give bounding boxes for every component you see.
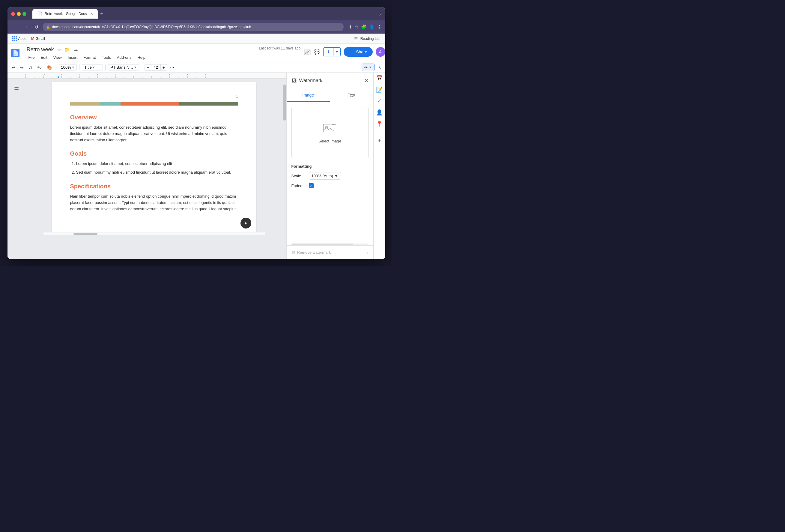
- user-avatar[interactable]: A: [376, 47, 385, 57]
- progress-segment-3: [121, 102, 179, 106]
- goals-heading: Goals: [70, 150, 238, 157]
- add-apps-button[interactable]: +: [378, 137, 381, 144]
- redo-button[interactable]: ↪: [18, 64, 25, 71]
- gmail-bookmark-label: Gmail: [36, 36, 45, 41]
- reading-list-bookmark[interactable]: ☰ Reading List: [354, 36, 380, 41]
- select-image-label: Select Image: [319, 139, 341, 143]
- share-page-icon[interactable]: ⬆: [349, 24, 352, 30]
- minimize-window-button[interactable]: [17, 12, 21, 16]
- watermark-tab-text[interactable]: Text: [330, 89, 373, 102]
- comment-icon[interactable]: 💬: [314, 49, 320, 55]
- select-image-area[interactable]: Select Image: [292, 107, 369, 158]
- spell-check-button[interactable]: A✓: [36, 64, 44, 71]
- goals-list: Lorem ipsum dolor sit amet, consectetuer…: [70, 161, 238, 176]
- progress-segment-2: [100, 102, 120, 106]
- scale-label: Scale: [292, 174, 306, 178]
- apps-bookmark[interactable]: Apps: [12, 36, 26, 41]
- undo-button[interactable]: ↩: [10, 64, 17, 71]
- window-controls-icon: ⌄: [378, 11, 382, 17]
- url-input[interactable]: 🔒 docs.google.com/document/d/1xG1zOE4X_H…: [43, 23, 344, 31]
- menu-file[interactable]: File: [25, 54, 38, 61]
- pen-icon: ✏: [364, 65, 368, 70]
- new-tab-button[interactable]: +: [100, 11, 103, 17]
- scale-dropdown[interactable]: 100% (Auto) ▼: [309, 172, 341, 180]
- outline-icon[interactable]: ☰: [14, 84, 19, 259]
- style-chevron: ▼: [92, 66, 95, 69]
- drive-dropdown-button[interactable]: ▼: [333, 48, 340, 55]
- svg-text:2: 2: [79, 73, 80, 76]
- last-edit-time: Last edit was 11 days ago: [259, 46, 300, 53]
- tab-close-button[interactable]: ✕: [90, 12, 93, 16]
- extensions-icon[interactable]: 🧩: [361, 24, 367, 30]
- trend-icon[interactable]: 📈: [304, 49, 311, 55]
- more-formatting-button[interactable]: ⋯: [168, 64, 176, 71]
- font-selector[interactable]: PT Sans N… ▼: [108, 64, 140, 71]
- vertical-scrollbar[interactable]: [283, 79, 286, 259]
- address-bar-actions: ⬆ ☆ 🧩 👤 ⋮: [349, 24, 382, 30]
- reload-button[interactable]: ↺: [33, 23, 40, 31]
- document-title[interactable]: Retro week: [27, 47, 54, 53]
- paint-format-button[interactable]: 🎨: [45, 64, 54, 71]
- menu-edit[interactable]: Edit: [37, 54, 50, 61]
- maps-icon[interactable]: 📍: [376, 121, 383, 127]
- watermark-close-button[interactable]: ✕: [364, 77, 369, 84]
- more-options-icon[interactable]: ⋮: [377, 24, 382, 30]
- decrease-font-button[interactable]: −: [145, 65, 151, 71]
- expand-toolbar-button[interactable]: ∧: [376, 64, 383, 71]
- remove-watermark-button[interactable]: 🗑 Remove watermark: [292, 250, 331, 255]
- style-selector[interactable]: Title ▼: [82, 64, 103, 71]
- tasks-icon[interactable]: ✓: [377, 98, 382, 104]
- move-to-folder-icon[interactable]: 📁: [64, 47, 70, 52]
- add-to-drive-button[interactable]: ⬆: [324, 48, 333, 56]
- print-button[interactable]: 🖨: [27, 64, 34, 71]
- gmail-bookmark[interactable]: M Gmail: [31, 36, 45, 41]
- keep-notes-icon[interactable]: 📝: [376, 86, 383, 93]
- font-chevron: ▼: [134, 66, 137, 69]
- horizontal-scrollbar[interactable]: [44, 232, 265, 235]
- svg-rect-37: [323, 124, 334, 132]
- menu-help[interactable]: Help: [134, 54, 148, 61]
- contacts-icon[interactable]: 👤: [376, 109, 383, 116]
- address-bar: ← → ↺ 🔒 docs.google.com/document/d/1xG1z…: [7, 20, 385, 33]
- maximize-window-button[interactable]: [23, 12, 26, 16]
- forward-button[interactable]: →: [22, 23, 30, 31]
- active-tab[interactable]: 📄 Retro week - Google Docs ✕: [32, 9, 98, 19]
- bookmark-icon[interactable]: ☆: [355, 24, 359, 30]
- zoom-selector[interactable]: 100% ▼: [59, 64, 76, 71]
- image-placeholder-icon: [323, 122, 337, 136]
- reading-list-label: Reading List: [360, 36, 380, 41]
- horizontal-scrollbar-thumb[interactable]: [73, 233, 98, 235]
- star-icon[interactable]: ☆: [57, 47, 61, 52]
- back-button[interactable]: ←: [11, 23, 20, 31]
- profile-avatar[interactable]: 👤: [369, 24, 375, 30]
- docs-sidebar-left: ☰: [7, 79, 25, 259]
- font-size-value[interactable]: 42: [151, 65, 160, 70]
- svg-text:-2: -2: [24, 73, 26, 76]
- panel-expand-button[interactable]: ›: [367, 249, 369, 255]
- share-button[interactable]: 👤 Share: [344, 47, 373, 57]
- watermark-panel-scrollbar: [292, 244, 369, 245]
- menu-add-ons[interactable]: Add-ons: [114, 54, 134, 61]
- ai-assist-button[interactable]: ✦: [240, 218, 251, 229]
- font-size-control[interactable]: − 42 +: [145, 64, 167, 71]
- menu-tools[interactable]: Tools: [99, 54, 114, 61]
- svg-text:9: 9: [205, 73, 206, 76]
- tab-bar: 📄 Retro week - Google Docs ✕ +: [32, 9, 375, 19]
- calendar-icon[interactable]: 📅: [376, 75, 383, 81]
- docs-title-section: Retro week ☆ 📁 ☁ Last edit was 11 days a…: [23, 44, 304, 62]
- vertical-scrollbar-thumb[interactable]: [283, 84, 286, 121]
- scale-row: Scale 100% (Auto) ▼: [292, 172, 369, 180]
- menu-format[interactable]: Format: [80, 54, 99, 61]
- watermark-tab-image[interactable]: Image: [287, 89, 330, 102]
- apps-bookmark-label: Apps: [18, 36, 26, 41]
- goals-item-1: Lorem ipsum dolor sit amet, consectetuer…: [76, 161, 238, 167]
- increase-font-button[interactable]: +: [161, 65, 167, 71]
- menu-view[interactable]: View: [50, 54, 65, 61]
- traffic-lights: [11, 12, 26, 16]
- menu-insert[interactable]: Insert: [65, 54, 81, 61]
- faded-checkbox[interactable]: ✓: [309, 183, 314, 188]
- close-window-button[interactable]: [11, 12, 15, 16]
- svg-text:4: 4: [115, 73, 116, 76]
- cloud-save-icon[interactable]: ☁: [73, 47, 78, 52]
- pen-tool-button[interactable]: ✏ ▼: [362, 64, 375, 71]
